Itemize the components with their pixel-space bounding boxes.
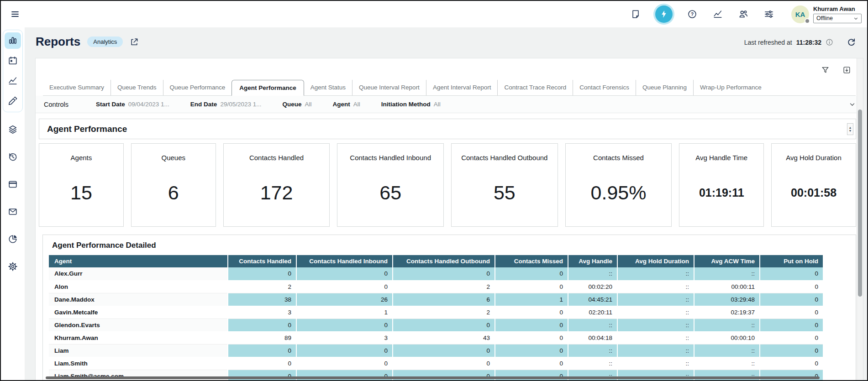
agent-name-cell: Gavin.Metcalfe	[49, 306, 228, 318]
column-header-avg-handle[interactable]: Avg Handle	[568, 255, 617, 267]
avatar-initials: KA	[795, 10, 805, 18]
kpi-value: 65	[337, 181, 443, 204]
value-cell: 2	[393, 306, 495, 318]
column-header-avg-acw-time[interactable]: Avg ACW Time	[694, 255, 760, 267]
tab-queue-performance[interactable]: Queue Performance	[163, 80, 232, 95]
kpi-value: 55	[452, 181, 558, 204]
kpi-value: 01:19:11	[679, 186, 763, 199]
tab-executive-summary[interactable]: Executive Summary	[43, 80, 110, 95]
sidebar-primary-group	[3, 30, 23, 112]
chevron-down-icon	[853, 16, 858, 21]
value-cell: 0	[296, 267, 393, 280]
value-cell: 0	[495, 306, 568, 318]
vertical-scrollbar-thumb[interactable]	[858, 110, 862, 297]
controls-collapse-chevron-icon[interactable]	[849, 101, 856, 108]
sidebar-item-window[interactable]	[5, 176, 21, 193]
sidebar-item-calendar[interactable]	[5, 52, 21, 69]
value-cell: 0	[228, 357, 296, 370]
kpi-label: Contacts Missed	[566, 154, 672, 162]
tab-contract-trace-record[interactable]: Contract Trace Record	[497, 80, 573, 95]
agent-name-cell: Glendon.Evarts	[49, 318, 228, 331]
value-cell: ::	[617, 331, 694, 344]
external-link-icon[interactable]	[130, 37, 139, 47]
window-icon	[8, 179, 18, 189]
user-chip: KA Khurram Awan Offline	[791, 5, 862, 23]
kpi-label: Contacts Handled Outbound	[452, 154, 558, 162]
value-cell: 0	[495, 267, 568, 280]
tab-queue-trends[interactable]: Queue Trends	[110, 80, 163, 95]
sidebar-item-brush[interactable]	[5, 93, 21, 109]
tab-queue-interval-report[interactable]: Queue Interval Report	[352, 80, 426, 95]
controls-bar: Controls Start Date09/04/2023 1...End Da…	[36, 96, 863, 113]
filter-initiation-method[interactable]: Initiation MethodAll	[381, 101, 441, 108]
kpi-label: Contacts Handled Inbound	[337, 154, 443, 162]
kpi-value: 0.95%	[566, 181, 672, 204]
column-header-contacts-handled-outbound[interactable]: Contacts Handled Outbound	[393, 255, 495, 267]
line-chart-icon[interactable]	[712, 8, 724, 20]
column-header-put-on-hold[interactable]: Put on Hold	[760, 255, 823, 267]
sidebar-item-layers[interactable]	[5, 121, 21, 138]
value-cell: 1	[296, 306, 393, 318]
flash-icon[interactable]	[655, 5, 673, 23]
kpi-value: 15	[39, 181, 123, 204]
value-cell: ::	[617, 280, 694, 293]
sidebar-item-pie-chart[interactable]	[5, 231, 21, 247]
column-header-contacts-handled[interactable]: Contacts Handled	[228, 255, 296, 267]
agent-status-select[interactable]: Offline	[813, 14, 862, 23]
value-cell: 38	[228, 293, 296, 306]
vertical-scrollbar-track[interactable]	[857, 58, 863, 380]
controls-label: Controls	[44, 101, 68, 108]
hamburger-menu-icon[interactable]	[8, 7, 22, 21]
sidebar-item-history[interactable]	[5, 149, 21, 165]
kpi-label: Queues	[132, 154, 216, 162]
filter-agent[interactable]: AgentAll	[332, 101, 360, 108]
info-icon[interactable]	[826, 38, 833, 46]
sliders-icon[interactable]	[763, 8, 775, 20]
column-header-avg-hold-duration[interactable]: Avg Hold Duration	[617, 255, 694, 267]
column-header-contacts-missed[interactable]: Contacts Missed	[495, 255, 568, 267]
top-bar: ? KA Khurram Awan Offline	[1, 1, 867, 27]
value-cell: 0	[495, 357, 568, 370]
column-header-contacts-handled-inbound[interactable]: Contacts Handled Inbound	[296, 255, 393, 267]
svg-text:?: ?	[691, 12, 694, 17]
notes-icon[interactable]	[630, 8, 642, 20]
value-cell: ::	[694, 357, 760, 370]
tab-contact-forensics[interactable]: Contact Forensics	[573, 80, 636, 95]
refresh-icon[interactable]	[847, 37, 856, 47]
section-stepper[interactable]: ▲▼	[847, 123, 853, 135]
tab-wrap-up-performance[interactable]: Wrap-Up Performance	[693, 80, 768, 95]
value-cell: 0	[393, 357, 495, 370]
sidebar-item-gear[interactable]	[5, 258, 21, 275]
column-header-agent[interactable]: Agent	[49, 255, 228, 267]
value-cell: ::	[694, 318, 760, 331]
filter-start-date[interactable]: Start Date09/04/2023 1...	[96, 101, 169, 108]
kpi-label: Agents	[39, 154, 123, 162]
help-icon[interactable]: ?	[686, 8, 698, 20]
value-cell: ::	[617, 267, 694, 280]
sidebar-item-bar-chart[interactable]	[5, 32, 21, 49]
sidebar-item-mail[interactable]	[5, 204, 21, 220]
value-cell: ::	[568, 357, 617, 370]
value-cell: 0	[495, 280, 568, 293]
tab-agent-interval-report[interactable]: Agent Interval Report	[426, 80, 498, 95]
table-row-liam: Liam0000::::::0	[49, 344, 823, 357]
horizontal-scrollbar[interactable]	[46, 376, 820, 379]
tab-agent-status[interactable]: Agent Status	[304, 80, 352, 95]
tab-agent-performance[interactable]: Agent Performance	[231, 80, 304, 96]
download-icon[interactable]	[842, 66, 851, 74]
agent-status-value: Offline	[816, 15, 833, 21]
table-row-alon: Alon202000:02:20::00:00:110	[49, 280, 823, 293]
avatar[interactable]: KA	[791, 5, 809, 23]
agent-name-cell: Alon	[49, 280, 228, 293]
filter-end-date[interactable]: End Date29/05/2023 1...	[190, 101, 262, 108]
value-cell: 0	[760, 293, 823, 306]
filter-icon[interactable]	[821, 66, 830, 74]
sidebar-item-trend-chart[interactable]	[5, 73, 21, 89]
filter-queue[interactable]: QueueAll	[282, 101, 311, 108]
value-cell: 00:04:18	[568, 331, 617, 344]
sidebar-secondary-group	[1, 121, 25, 275]
tab-queue-planning[interactable]: Queue Planning	[636, 80, 693, 95]
value-cell: 0	[393, 267, 495, 280]
agent-performance-table: AgentContacts HandledContacts Handled In…	[49, 255, 823, 380]
users-icon[interactable]	[737, 8, 749, 20]
